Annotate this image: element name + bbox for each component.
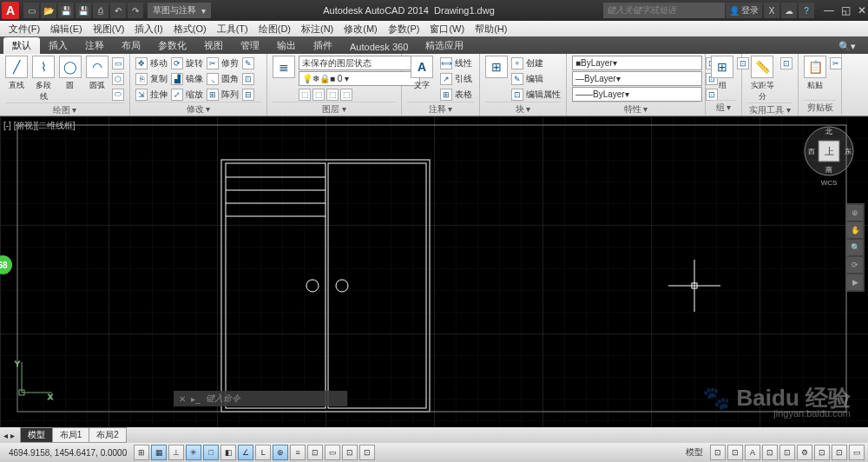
edit-block-button[interactable]: ✎编辑 bbox=[511, 71, 561, 86]
lwt-toggle[interactable]: ≡ bbox=[290, 445, 306, 460]
grid-toggle[interactable]: ▦ bbox=[151, 445, 167, 460]
tab-layout[interactable]: 布局 bbox=[113, 37, 149, 54]
sb-tool5[interactable]: ⊡ bbox=[779, 445, 795, 460]
signin-icon[interactable]: 👤 登录 bbox=[726, 3, 762, 18]
layer-tool2[interactable]: ⬚ bbox=[312, 87, 325, 102]
tab-a360[interactable]: Autodesk 360 bbox=[341, 40, 417, 54]
measure-button[interactable]: 📏实距等分 bbox=[747, 56, 777, 102]
create-block-button[interactable]: +创建 bbox=[511, 56, 561, 70]
mirror-button[interactable]: ▟镜像 bbox=[171, 71, 203, 86]
ducs-toggle[interactable]: L bbox=[255, 445, 271, 460]
panel-util-title[interactable]: 实用工具 ▾ bbox=[747, 102, 792, 116]
edit-attr-button[interactable]: ⊡编辑属性 bbox=[511, 87, 561, 102]
menu-draw[interactable]: 绘图(D) bbox=[253, 23, 296, 36]
menu-insert[interactable]: 插入(I) bbox=[129, 23, 168, 36]
status-model[interactable]: 模型 bbox=[681, 446, 708, 459]
qat-new-icon[interactable]: ▭ bbox=[23, 3, 39, 18]
qat-save-icon[interactable]: 💾 bbox=[58, 3, 74, 18]
tab-insert[interactable]: 插入 bbox=[40, 37, 76, 54]
panel-modify-title[interactable]: 修改 ▾ bbox=[135, 102, 261, 116]
close-icon[interactable]: ✕ bbox=[858, 4, 866, 16]
layer-tool1[interactable]: ⬚ bbox=[299, 87, 311, 102]
tab-manage[interactable]: 管理 bbox=[232, 37, 268, 54]
draw-extra2[interactable]: ⬡ bbox=[112, 71, 124, 86]
util-tool[interactable]: ⊡ bbox=[780, 56, 792, 70]
leader-button[interactable]: ↗引线 bbox=[440, 71, 472, 86]
layer-tool4[interactable]: ⬚ bbox=[340, 87, 352, 102]
menu-help[interactable]: 帮助(H) bbox=[470, 23, 512, 36]
menu-modify[interactable]: 修改(M) bbox=[339, 23, 383, 36]
fillet-button[interactable]: ◟圆角 bbox=[207, 71, 239, 86]
nav-zoom-icon[interactable]: 🔍 bbox=[847, 240, 863, 255]
tab-layout2[interactable]: 布局2 bbox=[89, 427, 127, 443]
paste-button[interactable]: 📋粘贴 bbox=[804, 56, 826, 91]
tab-nav-icon[interactable]: ◂ ▸ bbox=[3, 431, 15, 440]
dyn-toggle[interactable]: ⊕ bbox=[273, 445, 288, 460]
ortho-toggle[interactable]: ⊥ bbox=[168, 445, 184, 460]
menu-tools[interactable]: 工具(T) bbox=[212, 23, 253, 36]
3dosnap-toggle[interactable]: ◧ bbox=[220, 445, 236, 460]
command-line[interactable]: ✕ ▸_ 键入命令 bbox=[174, 391, 347, 406]
tab-featured[interactable]: 精选应用 bbox=[417, 37, 472, 54]
stay-connected-icon[interactable]: ☁ bbox=[781, 3, 797, 18]
sb-clean[interactable]: ▭ bbox=[849, 445, 865, 460]
linetype-combo[interactable]: —— ByLayer ▾ bbox=[572, 87, 702, 102]
qp-toggle[interactable]: ▭ bbox=[325, 445, 340, 460]
sb-tool7[interactable]: ⊡ bbox=[814, 445, 830, 460]
sb-tool4[interactable]: ⊡ bbox=[762, 445, 778, 460]
tab-layout1[interactable]: 布局1 bbox=[52, 427, 90, 443]
panel-block-title[interactable]: 块 ▾ bbox=[485, 102, 561, 116]
help-search[interactable]: 键入关键字或短语 bbox=[603, 3, 725, 18]
nav-showmotion-icon[interactable]: ▶ bbox=[847, 274, 863, 290]
lineweight-combo[interactable]: — ByLayer ▾ bbox=[572, 71, 702, 86]
panel-group-title[interactable]: 组 ▾ bbox=[711, 100, 736, 114]
trim-button[interactable]: ✂修剪 bbox=[207, 56, 239, 70]
sb-annoscale[interactable]: A bbox=[745, 445, 760, 460]
menu-edit[interactable]: 编辑(E) bbox=[45, 23, 88, 36]
coords[interactable]: 4694.9158, 1454.6417, 0.0000 bbox=[3, 448, 132, 458]
tab-param[interactable]: 参数化 bbox=[149, 37, 195, 54]
workspace-dropdown[interactable]: 草图与注释 ▾ bbox=[148, 3, 211, 18]
qat-saveas-icon[interactable]: 💾 bbox=[76, 3, 91, 18]
wcs-label[interactable]: WCS bbox=[803, 179, 855, 187]
qat-open-icon[interactable]: 📂 bbox=[41, 3, 56, 18]
insert-block-button[interactable]: ⊞ bbox=[485, 56, 508, 80]
draw-extra3[interactable]: ⬭ bbox=[112, 87, 124, 102]
sb-tool2[interactable]: ⊡ bbox=[727, 445, 743, 460]
viewport-label[interactable]: [-] [俯视][二维线框] bbox=[3, 120, 76, 132]
layer-prop-button[interactable]: ≣ bbox=[273, 56, 295, 80]
tab-view[interactable]: 视图 bbox=[195, 37, 232, 54]
menu-format[interactable]: 格式(O) bbox=[168, 23, 212, 36]
move-button[interactable]: ✥移动 bbox=[135, 56, 168, 70]
qat-print-icon[interactable]: ⎙ bbox=[93, 3, 108, 18]
tab-plugins[interactable]: 插件 bbox=[305, 37, 341, 54]
line-button[interactable]: ╱直线 bbox=[5, 56, 29, 91]
tab-default[interactable]: 默认 bbox=[3, 37, 40, 54]
drawing-area[interactable]: [-] [俯视][二维线框] bbox=[0, 116, 868, 427]
nav-fullnav-icon[interactable]: ⊕ bbox=[847, 205, 863, 221]
nav-pan-icon[interactable]: ✋ bbox=[847, 222, 863, 238]
minimize-icon[interactable]: — bbox=[824, 4, 834, 16]
help-icon[interactable]: ? bbox=[799, 3, 814, 18]
otrack-toggle[interactable]: ∠ bbox=[238, 445, 253, 460]
menu-view[interactable]: 视图(V) bbox=[88, 23, 130, 36]
panel-annot-title[interactable]: 注释 ▾ bbox=[407, 102, 474, 116]
tpy-toggle[interactable]: ⊡ bbox=[307, 445, 323, 460]
tab-annotate[interactable]: 注释 bbox=[76, 37, 113, 54]
sb-workspace[interactable]: ⚙ bbox=[797, 445, 812, 460]
qat-undo-icon[interactable]: ↶ bbox=[110, 3, 126, 18]
cmd-close-icon[interactable]: ✕ bbox=[179, 394, 186, 404]
circle-button[interactable]: ◯圆 bbox=[59, 56, 82, 91]
sc-toggle[interactable]: ⊡ bbox=[342, 445, 358, 460]
nav-orbit-icon[interactable]: ⟳ bbox=[847, 257, 863, 273]
copy-button[interactable]: ⎘复制 bbox=[135, 71, 168, 86]
sb-tool8[interactable]: ⊡ bbox=[832, 445, 847, 460]
panel-clip-title[interactable]: 剪贴板 bbox=[804, 100, 836, 114]
panel-draw-title[interactable]: 绘图 ▾ bbox=[5, 102, 124, 116]
polar-toggle[interactable]: ✳ bbox=[186, 445, 201, 460]
draw-extra1[interactable]: ▭ bbox=[112, 56, 124, 70]
modify-extra2[interactable]: ⊡ bbox=[242, 71, 254, 86]
viewcube[interactable]: 上 北 西 东 南 WCS bbox=[803, 125, 855, 177]
qat-redo-icon[interactable]: ↷ bbox=[128, 3, 143, 18]
rotate-button[interactable]: ⟳旋转 bbox=[171, 56, 203, 70]
